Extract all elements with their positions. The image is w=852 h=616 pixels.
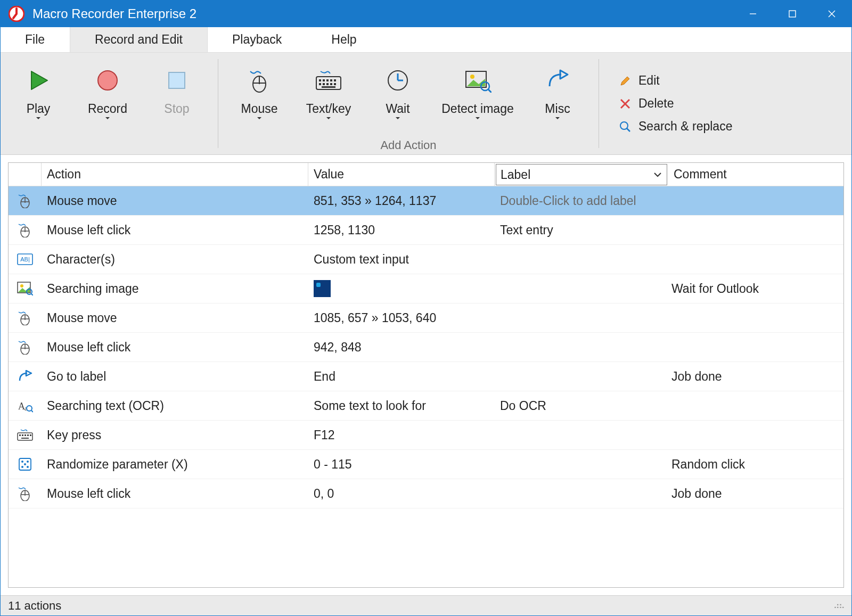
ribbon-group-add-action: Mouse Text/key Wait <box>222 53 595 154</box>
textkey-button[interactable]: Text/key <box>294 57 363 124</box>
svg-point-28 <box>470 75 474 79</box>
cell-action: Mouse left click <box>42 340 308 355</box>
status-bar: 11 actions ⠴⠦ <box>1 595 851 615</box>
menu-record-edit[interactable]: Record and Edit <box>70 27 208 52</box>
stop-icon <box>165 64 189 96</box>
svg-rect-22 <box>334 83 336 85</box>
cell-action: Mouse left click <box>42 487 308 501</box>
search-replace-action[interactable]: Search & replace <box>618 119 732 134</box>
table-row[interactable]: Go to labelEndJob done <box>9 362 843 391</box>
table-row[interactable]: Randomize parameter (X)0 - 115Random cli… <box>9 450 843 479</box>
keyboard-icon <box>314 64 343 96</box>
stop-button[interactable]: Stop <box>142 57 211 124</box>
action-grid: Action Value Label Comment Mouse move851… <box>8 162 844 588</box>
svg-rect-64 <box>30 434 31 436</box>
detect-image-button[interactable]: Detect image <box>432 57 523 124</box>
svg-point-45 <box>20 284 23 288</box>
svg-line-58 <box>31 410 33 412</box>
svg-point-70 <box>21 466 23 468</box>
edit-label: Edit <box>638 73 660 88</box>
record-button[interactable]: Record <box>73 57 142 124</box>
svg-rect-18 <box>319 83 321 85</box>
cell-value: 942, 848 <box>308 340 495 355</box>
maximize-button[interactable] <box>773 1 812 27</box>
play-button[interactable]: Play <box>4 57 73 124</box>
svg-rect-19 <box>323 83 325 85</box>
mouse-row-icon <box>9 340 42 355</box>
cell-label[interactable]: Do OCR <box>495 399 666 413</box>
chevron-down-icon <box>396 117 400 121</box>
mouse-row-icon <box>9 486 42 501</box>
search-replace-label: Search & replace <box>638 119 732 134</box>
menu-bar: File Record and Edit Playback Help <box>1 27 851 53</box>
delete-action[interactable]: Delete <box>618 96 732 111</box>
app-logo-icon <box>8 5 25 22</box>
chevron-down-icon <box>653 170 662 179</box>
table-row[interactable]: Mouse move1085, 657 » 1053, 640 <box>9 303 843 333</box>
search-icon <box>618 120 632 134</box>
svg-rect-15 <box>326 79 329 81</box>
status-text: 11 actions <box>8 599 61 613</box>
menu-help[interactable]: Help <box>307 27 381 52</box>
cell-value: 0, 0 <box>308 487 495 501</box>
svg-rect-63 <box>27 434 29 436</box>
ribbon-separator <box>218 59 218 148</box>
svg-marker-31 <box>560 70 568 79</box>
table-row[interactable]: Searching imageWait for Outlook <box>9 274 843 303</box>
stop-label: Stop <box>164 102 189 116</box>
resize-grip-icon[interactable]: ⠴⠦ <box>833 601 844 611</box>
app-title: Macro Recorder Enterprise 2 <box>32 6 733 21</box>
misc-button[interactable]: Misc <box>523 57 592 124</box>
record-icon <box>95 64 120 96</box>
cell-value: F12 <box>308 428 495 442</box>
column-header-comment[interactable]: Comment <box>668 163 843 186</box>
mouse-row-icon <box>9 193 42 208</box>
table-row[interactable]: AaSearching text (OCR)Some text to look … <box>9 391 843 421</box>
thumbnail-icon <box>314 280 331 297</box>
minimize-button[interactable] <box>733 1 773 27</box>
svg-rect-16 <box>330 79 332 81</box>
ribbon-side-actions: Edit Delete Search & replace <box>605 53 745 154</box>
cell-action: Key press <box>42 428 308 442</box>
edit-action[interactable]: Edit <box>618 73 732 88</box>
clock-icon <box>386 64 410 96</box>
cell-value: End <box>308 369 495 384</box>
wait-button[interactable]: Wait <box>363 57 432 124</box>
table-row[interactable]: Key pressF12 <box>9 421 843 450</box>
table-row[interactable]: Mouse left click1258, 1130Text entry <box>9 216 843 245</box>
play-icon <box>26 64 51 96</box>
table-row[interactable]: AB|Character(s)Custom text input <box>9 245 843 274</box>
chevron-down-icon <box>257 117 261 121</box>
table-row[interactable]: Mouse left click0, 0Job done <box>9 479 843 508</box>
svg-rect-13 <box>319 79 321 81</box>
cell-label[interactable]: Text entry <box>495 223 666 237</box>
grid-header: Action Value Label Comment <box>9 163 843 186</box>
grid-body: Mouse move851, 353 » 1264, 1137Double-Cl… <box>9 186 843 587</box>
cell-label[interactable]: Double-Click to add label <box>495 194 666 208</box>
record-label: Record <box>88 102 127 116</box>
svg-point-7 <box>98 71 117 90</box>
svg-marker-6 <box>31 71 47 89</box>
cell-value: 1258, 1130 <box>308 223 495 237</box>
column-header-action[interactable]: Action <box>42 163 308 186</box>
mouse-button[interactable]: Mouse <box>225 57 294 124</box>
table-row[interactable]: Mouse left click942, 848 <box>9 333 843 362</box>
wait-label: Wait <box>386 102 409 116</box>
column-header-label-dropdown[interactable]: Label <box>496 164 667 185</box>
svg-rect-61 <box>22 434 23 436</box>
menu-playback[interactable]: Playback <box>208 27 307 52</box>
table-row[interactable]: Mouse move851, 353 » 1264, 1137Double-Cl… <box>9 186 843 216</box>
ribbon: Play Record Stop <box>1 53 851 155</box>
menu-file[interactable]: File <box>1 27 70 52</box>
close-button[interactable] <box>812 1 851 27</box>
cell-comment: Job done <box>666 487 843 501</box>
svg-rect-14 <box>323 79 325 81</box>
cell-value: 1085, 657 » 1053, 640 <box>308 311 495 325</box>
title-bar: Macro Recorder Enterprise 2 <box>1 1 851 27</box>
rand-row-icon <box>9 457 42 472</box>
pencil-icon <box>618 74 632 88</box>
column-header-value[interactable]: Value <box>308 163 495 186</box>
content-area: Action Value Label Comment Mouse move851… <box>1 155 851 595</box>
cell-value: Some text to look for <box>308 399 495 413</box>
column-header-icon[interactable] <box>9 163 42 186</box>
